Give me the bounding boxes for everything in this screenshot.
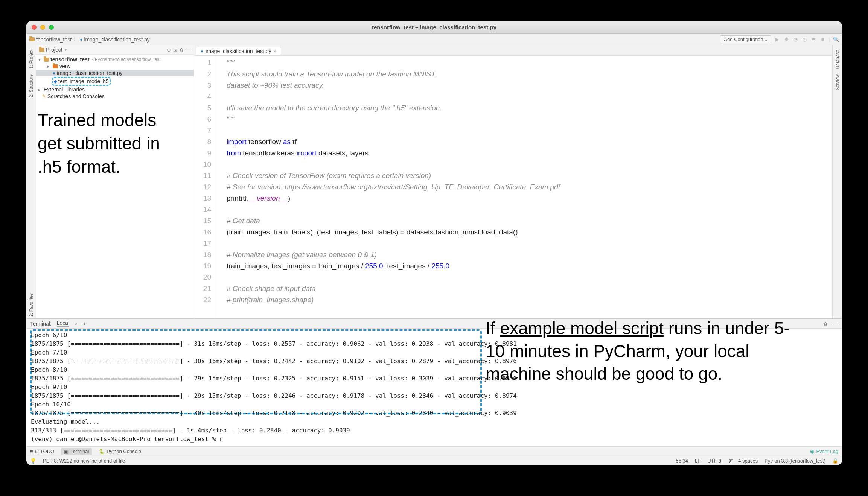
tree-label: venv — [59, 63, 71, 69]
folder-icon — [44, 58, 49, 62]
tree-label: External Libraries — [44, 87, 85, 93]
terminal-label: Terminal: — [30, 321, 52, 327]
coverage-icon[interactable]: ◔ — [792, 37, 798, 43]
breadcrumb-file[interactable]: image_classification_test.py — [84, 37, 149, 43]
status-encoding[interactable]: UTF-8 — [707, 458, 721, 464]
nav-bar: tensorflow_test 〉 ● image_classification… — [26, 34, 842, 45]
terminal-hide-icon[interactable]: — — [833, 321, 838, 327]
tab-python-console[interactable]: 🐍 Python Console — [99, 449, 141, 454]
locate-icon[interactable]: ⊕ — [167, 47, 171, 53]
editor-tab-label: image_classification_test.py — [206, 48, 271, 54]
status-git-icon[interactable]: 𝒱 — [728, 458, 731, 464]
h5-file-icon: ◆ — [54, 79, 57, 84]
chevron-right-icon[interactable]: ▶ — [38, 88, 42, 92]
chevron-down-icon[interactable]: ▼ — [64, 48, 68, 52]
concurrency-icon[interactable]: ≣ — [810, 37, 816, 43]
tree-item-script[interactable]: ● image_classification_test.py — [36, 70, 194, 76]
breadcrumb-project[interactable]: tensorflow_test — [36, 37, 72, 43]
status-message: PEP 8: W292 no newline at end of file — [43, 458, 125, 464]
project-panel-title[interactable]: Project — [46, 47, 62, 53]
right-tool-rail: Database SciView — [832, 45, 842, 318]
tab-event-log[interactable]: ◉ Event Log — [810, 449, 838, 454]
python-file-icon: ● — [53, 70, 55, 76]
tree-root-name: tensorflow_test — [50, 56, 89, 62]
editor-tab[interactable]: ● image_classification_test.py × — [196, 47, 281, 55]
rail-database-tab[interactable]: Database — [835, 48, 840, 70]
tree-label: test_image_model.h5 — [58, 78, 109, 84]
status-lock-icon[interactable]: 🔒 — [832, 458, 838, 464]
scratch-icon: ✎ — [42, 94, 46, 99]
terminal-output: Epoch 6/10 1875/1875 [==================… — [31, 331, 517, 443]
code-editor[interactable]: 12345678910111213141516171819202122 """T… — [194, 56, 832, 318]
expand-all-icon[interactable]: ⇲ — [173, 47, 177, 53]
stop-icon[interactable]: ■ — [819, 37, 825, 43]
rail-project-tab[interactable]: 1: Project — [29, 48, 34, 70]
line-gutter: 12345678910111213141516171819202122 — [194, 56, 215, 318]
debug-icon[interactable]: ✸ — [783, 37, 789, 43]
titlebar: tensorflow_test – image_classification_t… — [26, 21, 842, 34]
rail-sciview-tab[interactable]: SciView — [835, 73, 840, 91]
editor-tabs: ● image_classification_test.py × — [194, 45, 832, 56]
close-tab-icon[interactable]: × — [274, 49, 277, 54]
annotation-left: Trained models get submitted in .h5 form… — [38, 108, 181, 178]
tree-root[interactable]: ▼ tensorflow_test ~/PycharmProjects/tens… — [36, 56, 194, 63]
tree-root-path: ~/PycharmProjects/tensorflow_test — [91, 57, 160, 62]
run-icon[interactable]: ▶ — [774, 37, 780, 43]
editor-area: ● image_classification_test.py × 1234567… — [194, 45, 832, 318]
window-title: tensorflow_test – image_classification_t… — [26, 24, 842, 30]
tree-item-venv[interactable]: ▶ venv — [36, 63, 194, 70]
terminal-tab-close-icon[interactable]: × — [75, 321, 78, 327]
search-everywhere-icon[interactable]: 🔍 — [833, 37, 839, 43]
status-hint-icon: 💡 — [30, 458, 36, 464]
tree-item-model[interactable]: ◆ test_image_model.h5 — [36, 76, 194, 86]
tab-todo[interactable]: ≡ 6: TODO — [30, 449, 54, 454]
left-tool-rail: 1: Project 2: Structure 2: Favorites — [26, 45, 36, 318]
tree-external-libraries[interactable]: ▶ External Libraries — [36, 86, 194, 93]
rail-structure-tab[interactable]: 2: Structure — [29, 73, 34, 99]
tree-scratches[interactable]: ✎ Scratches and Consoles — [36, 93, 194, 100]
status-bar: 💡 PEP 8: W292 no newline at end of file … — [26, 456, 842, 465]
breadcrumb-separator: 〉 — [73, 36, 78, 43]
annotation-right: If example model script runs in under 5-… — [486, 317, 798, 385]
tree-label: Scratches and Consoles — [47, 93, 105, 99]
chevron-down-icon[interactable]: ▼ — [38, 58, 42, 62]
folder-icon — [29, 37, 35, 41]
folder-icon — [53, 64, 58, 68]
tree-label: image_classification_test.py — [57, 70, 122, 76]
python-file-icon: ● — [80, 37, 82, 42]
code-lines[interactable]: """This script should train a TensorFlow… — [215, 56, 560, 318]
project-tool-window: Project ▼ ⊕ ⇲ ✿ — ▼ tensorflow_test ~/Py… — [36, 45, 194, 318]
status-caret-pos[interactable]: 55:34 — [676, 458, 688, 464]
python-file-icon: ● — [201, 49, 203, 54]
folder-icon — [39, 48, 44, 52]
ide-window: tensorflow_test – image_classification_t… — [26, 21, 842, 465]
rail-favorites-tab[interactable]: 2: Favorites — [29, 292, 34, 318]
terminal-tab-local[interactable]: Local — [57, 320, 69, 327]
profiler-icon[interactable]: ◷ — [801, 37, 807, 43]
tab-terminal[interactable]: ▣ Terminal — [61, 448, 92, 455]
terminal-settings-icon[interactable]: ✿ — [823, 321, 828, 327]
chevron-right-icon[interactable]: ▶ — [47, 64, 51, 68]
status-indent[interactable]: 4 spaces — [738, 458, 758, 464]
terminal-new-tab-icon[interactable]: + — [83, 321, 86, 327]
status-line-sep[interactable]: LF — [695, 458, 700, 464]
hide-panel-icon[interactable]: — — [186, 47, 191, 53]
status-interpreter[interactable]: Python 3.8 (tensorflow_test) — [764, 458, 825, 464]
add-configuration-button[interactable]: Add Configuration... — [720, 35, 771, 43]
bottom-tool-tabs: ≡ 6: TODO ▣ Terminal 🐍 Python Console ◉ … — [26, 446, 842, 456]
settings-gear-icon[interactable]: ✿ — [180, 47, 184, 53]
project-tree: ▼ tensorflow_test ~/PycharmProjects/tens… — [36, 55, 194, 101]
